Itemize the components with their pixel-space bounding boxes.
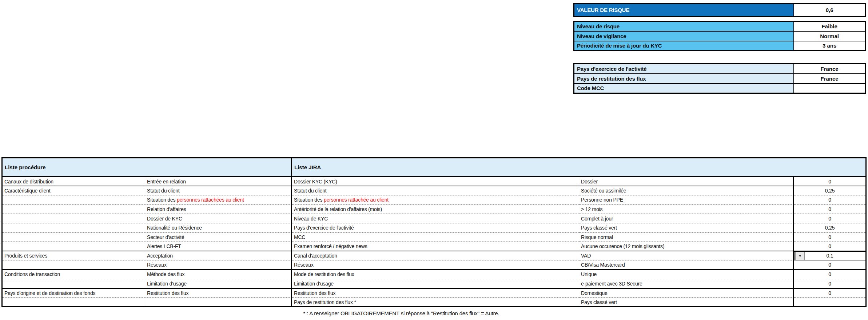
score-cell: 0: [794, 204, 866, 214]
category-cell: [2, 232, 145, 242]
procedure-cell: Restitution des flux: [145, 288, 292, 298]
procedure-cell: Méthode des flux: [145, 270, 292, 279]
country-activity-row: Pays d'exercice de l'activité France: [574, 64, 865, 74]
matrix-row: Produits et services Acceptation Canal d…: [2, 251, 866, 260]
country-activity-label: Pays d'exercice de l'activité: [574, 64, 794, 74]
vigilance-level-label: Niveau de vigilance: [574, 31, 794, 41]
score-cell-selected[interactable]: ▼ 0,1: [794, 251, 866, 260]
answer-cell[interactable]: e-paiement avec 3D Secure: [579, 279, 794, 288]
answer-cell[interactable]: Personne non PPE: [579, 195, 794, 205]
risk-level-row: Niveau de risque Faible: [574, 21, 865, 31]
procedure-cell: Entrée en relation: [145, 177, 292, 186]
category-cell: [2, 195, 145, 205]
answer-cell[interactable]: Risque normal: [579, 232, 794, 242]
dropdown-button[interactable]: ▼: [795, 252, 805, 260]
procedure-cell: Situation des personnes rattachées au cl…: [145, 195, 292, 205]
procedure-cell: Limitation d'usage: [145, 279, 292, 288]
jira-cell: Dossier KYC (KYC): [292, 177, 579, 186]
country-activity-value[interactable]: France: [794, 64, 865, 74]
dropdown-arrow-icon: ▼: [799, 254, 802, 258]
procedure-cell: Réseaux: [145, 260, 292, 270]
procedure-cell: Statut du client: [145, 186, 292, 195]
answer-cell[interactable]: Domestique: [579, 288, 794, 298]
mcc-code-label: Code MCC: [574, 84, 794, 93]
category-cell: Caractéristique client: [2, 186, 145, 195]
matrix-row: Limitation d'usage Limitation d'usage e-…: [2, 279, 866, 288]
country-flux-row: Pays de restitution des flux France: [574, 74, 865, 84]
matrix-row: Nationalité ou Résidence Pays d'exercice…: [2, 223, 866, 232]
answer-cell[interactable]: Pays classé vert: [579, 297, 794, 307]
category-cell: Canaux de distribution: [2, 177, 145, 186]
category-cell: [2, 260, 145, 270]
score-cell: 0: [794, 177, 866, 186]
score-value: 0,1: [827, 253, 833, 259]
jira-cell: Pays de restitution des flux *: [292, 297, 579, 307]
score-cell: 0: [794, 214, 866, 223]
answer-cell[interactable]: Pays classé vert: [579, 223, 794, 232]
answer-cell[interactable]: > 12 mois: [579, 204, 794, 214]
category-cell: Conditions de transaction: [2, 270, 145, 279]
category-cell: [2, 242, 145, 251]
category-cell: [2, 279, 145, 288]
procedure-cell: Alertes LCB-FT: [145, 242, 292, 251]
procedure-cell: [145, 297, 292, 307]
matrix-row: Pays de restitution des flux * Pays clas…: [2, 297, 866, 307]
jira-cell: Mode de restitution des flux: [292, 270, 579, 279]
header-liste-procedure: Liste procédure: [2, 158, 292, 177]
score-cell: [794, 297, 866, 307]
procedure-cell: Secteur d'activité: [145, 232, 292, 242]
mcc-code-value[interactable]: [794, 84, 865, 93]
procedure-red-text: personnes rattachées au client: [177, 197, 244, 203]
answer-cell[interactable]: Dossier: [579, 177, 794, 186]
jira-cell: Examen renforcé / négative news: [292, 242, 579, 251]
jira-cell: Situation des personnes rattachée au cli…: [292, 195, 579, 205]
risk-value-card: VALEUR DE RISQUE 0,6: [573, 3, 866, 17]
score-cell: 0: [794, 242, 866, 251]
jira-cell: Niveau de KYC: [292, 214, 579, 223]
score-cell: 0: [794, 288, 866, 298]
jira-cell: Réseaux: [292, 260, 579, 270]
category-cell: [2, 297, 145, 307]
matrix-row: Alertes LCB-FT Examen renforcé / négativ…: [2, 242, 866, 251]
answer-cell[interactable]: VAD: [579, 251, 794, 260]
answer-cell[interactable]: Société ou assimilée: [579, 186, 794, 195]
jira-cell: Restitution des flux: [292, 288, 579, 298]
matrix-row: Secteur d'activité MCC Risque normal 0: [2, 232, 866, 242]
procedure-cell: Dossier de KYC: [145, 214, 292, 223]
procedure-cell: Nationalité ou Résidence: [145, 223, 292, 232]
score-cell: 0: [794, 195, 866, 205]
country-flux-value[interactable]: France: [794, 74, 865, 84]
risk-value-cell: 0,6: [794, 4, 865, 17]
category-cell: Pays d'origine et de destination des fon…: [2, 288, 145, 298]
score-cell: 0: [794, 279, 866, 288]
risk-matrix-table: Liste procédure Liste JIRA Canaux de dis…: [1, 157, 867, 307]
procedure-cell: Relation d'affaires: [145, 204, 292, 214]
score-cell: 0: [794, 232, 866, 242]
risk-level-value: Faible: [794, 21, 865, 31]
risk-levels-table: Niveau de risque Faible Niveau de vigila…: [573, 21, 866, 51]
matrix-row: Canaux de distribution Entrée en relatio…: [2, 177, 866, 186]
mcc-code-row: Code MCC: [574, 84, 865, 93]
answer-cell[interactable]: CB/Visa Mastercard: [579, 260, 794, 270]
matrix-row: Situation des personnes rattachées au cl…: [2, 195, 866, 205]
footnote: * : A renseigner OBLIGATOIREMEMENT si ré…: [291, 310, 511, 316]
matrix-row: Caractéristique client Statut du client …: [2, 186, 866, 195]
matrix-row: Dossier de KYC Niveau de KYC Complet à j…: [2, 214, 866, 223]
category-cell: [2, 204, 145, 214]
risk-level-label: Niveau de risque: [574, 21, 794, 31]
answer-cell[interactable]: Aucune occurence (12 mois glissants): [579, 242, 794, 251]
spreadsheet-canvas: VALEUR DE RISQUE 0,6 Niveau de risque Fa…: [0, 0, 868, 320]
matrix-header-row: Liste procédure Liste JIRA: [2, 158, 866, 177]
jira-cell: MCC: [292, 232, 579, 242]
matrix-row: Pays d'origine et de destination des fon…: [2, 288, 866, 298]
kyc-period-row: Périodicité de mise à jour du KYC 3 ans: [574, 41, 865, 51]
category-cell: Produits et services: [2, 251, 145, 260]
answer-cell[interactable]: Complet à jour: [579, 214, 794, 223]
matrix-row: Réseaux Réseaux CB/Visa Mastercard 0: [2, 260, 866, 270]
answer-cell[interactable]: Unique: [579, 270, 794, 279]
kyc-period-value: 3 ans: [794, 41, 865, 51]
score-cell: 0: [794, 260, 866, 270]
risk-value-label: VALEUR DE RISQUE: [574, 4, 794, 17]
vigilance-level-row: Niveau de vigilance Normal: [574, 31, 865, 41]
header-liste-jira: Liste JIRA: [292, 158, 866, 177]
